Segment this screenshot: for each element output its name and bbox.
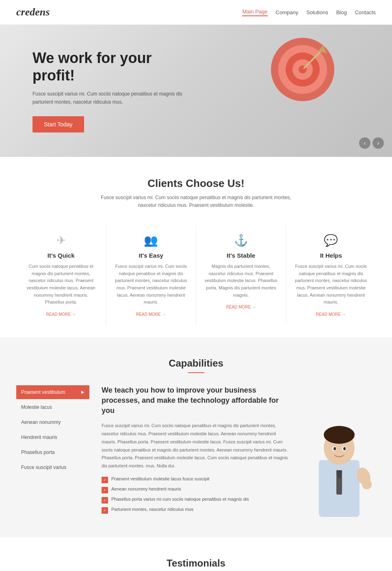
feature-stable: ⚓ It's Stable Magnis dis parturient mont… [196,226,286,325]
feature-easy-readmore[interactable]: READ MORE → [136,312,166,317]
feature-quick: ✈ It's Quick Cum sociis natoque penatibu… [16,226,106,325]
hero-section: We work for your profit! Fusce suscipit … [0,25,392,157]
nav-item-contacts[interactable]: Contacts [355,9,376,15]
quick-icon: ✈ [24,234,98,247]
capabilities-main: We teach you how to improve your busines… [102,385,290,517]
nav-item-blog[interactable]: Blog [336,9,347,15]
helps-icon: 💬 [295,234,368,247]
clients-section: Clients Choose Us! Fusce suscipit varius… [0,157,392,337]
check-icon-4: ✓ [102,507,108,514]
cap-check-3: ✓ Phasellus porta varius mi cum sociis n… [102,497,290,504]
feature-stable-readmore[interactable]: READ MORE → [226,305,256,309]
capabilities-content: Praesent vestibulum Molestie lacus Aenea… [16,385,376,517]
feature-helps: 💬 It Helps Fusce suscipit varius mi. Cum… [286,226,376,325]
cap-item-praesent[interactable]: Praesent vestibulum [16,385,89,399]
capabilities-underline [188,372,204,373]
feature-helps-readmore[interactable]: READ MORE → [316,312,346,317]
cap-check-label-3: Phasellus porta varius mi cum sociis nat… [111,497,249,502]
hero-description: Fusce suscipit varius mi. Cum sociis nat… [32,90,187,106]
cap-check-label-1: Praesent vestibulum molestie lacus fusce… [111,476,210,481]
cap-item-hendrerit[interactable]: Hendrerit mauris [16,430,89,444]
hero-content: We work for your profit! Fusce suscipit … [32,49,187,132]
cap-item-molestie[interactable]: Molestie lacus [16,400,89,414]
check-icon-2: ✓ [102,487,108,493]
svg-point-18 [362,480,372,489]
feature-helps-desc: Fusce suscipit varius mi. Cum sociis nat… [295,263,368,306]
feature-easy-title: It's Easy [115,252,188,259]
nav-item-solutions[interactable]: Solutions [306,9,328,15]
hero-graphic [270,37,343,110]
start-today-button[interactable]: Start Today [32,116,84,132]
svg-point-15 [334,447,336,450]
cap-check-1: ✓ Praesent vestibulum molestie lacus fus… [102,476,290,483]
cap-check-label-4: Parturient montes, nascetur ridiculus mu… [111,507,193,512]
features-list: ✈ It's Quick Cum sociis natoque penatibu… [16,226,376,325]
feature-helps-title: It Helps [295,252,368,259]
capabilities-heading: Capabilities [16,358,376,369]
feature-quick-title: It's Quick [24,252,98,259]
check-icon-3: ✓ [102,497,108,504]
svg-point-10 [324,426,355,444]
feature-quick-readmore[interactable]: READ MORE → [46,312,76,317]
check-icon-1: ✓ [102,477,108,483]
bullseye-icon [270,37,335,102]
testimonials-heading: Testimonials [16,558,376,569]
svg-line-7 [303,67,305,69]
nav-item-company[interactable]: Company [276,9,299,15]
testimonials-section: Testimonials " Fusce suscipit varius mi.… [0,537,392,571]
feature-easy: 👥 It's Easy Fusce suscipit varius mi. Cu… [106,226,196,325]
cap-item-aenean[interactable]: Aenean nonummy [16,415,89,429]
svg-point-16 [343,447,346,450]
cap-check-4: ✓ Parturient montes, nascetur ridiculus … [102,507,290,514]
cap-check-2: ✓ Aenean nonummy hendrerit mauris [102,486,290,493]
main-nav: Main Page Company Solutions Blog Contact… [242,9,376,16]
cap-main-body: Fusce suscipit varius mi. Cum sociis nat… [102,422,290,470]
logo: credens [16,6,50,18]
header: credens Main Page Company Solutions Blog… [0,0,392,25]
clients-heading: Clients Choose Us! [16,177,376,190]
hero-prev-button[interactable]: ‹ [359,137,370,149]
clients-subtitle: Fusce suscipit varius mi. Cum sociis nat… [95,194,298,209]
person-image [303,385,376,517]
feature-quick-desc: Cum sociis natoque penatibus et magnis d… [24,263,98,306]
hero-navigation: ‹ › [359,137,384,149]
capabilities-section: Capabilities Praesent vestibulum Molesti… [0,337,392,537]
nav-item-main[interactable]: Main Page [242,9,267,16]
hero-heading: We work for your profit! [32,49,187,84]
cap-item-fusce[interactable]: Fusce suscipit varius [16,460,89,474]
person-svg [307,411,372,517]
feature-easy-desc: Fusce suscipit varius mi. Cum sociis nat… [115,263,188,306]
stable-icon: ⚓ [204,234,278,247]
feature-stable-desc: Magnis dis parturient montes, nascetur r… [204,263,278,299]
feature-stable-title: It's Stable [204,252,278,259]
cap-main-heading: We teach you how to improve your busines… [102,385,290,416]
easy-icon: 👥 [115,234,188,247]
cap-check-label-2: Aenean nonummy hendrerit mauris [111,486,181,491]
cap-item-phasellus[interactable]: Phasellus porta [16,445,89,459]
hero-next-button[interactable]: › [373,137,384,149]
capabilities-sidebar: Praesent vestibulum Molestie lacus Aenea… [16,385,89,517]
